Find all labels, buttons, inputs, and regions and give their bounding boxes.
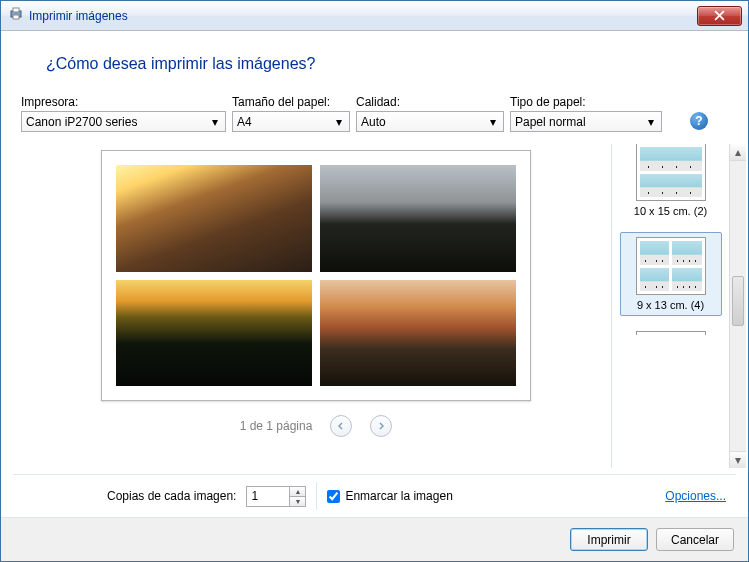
paper-size-select[interactable]: A4 ▾ xyxy=(232,111,350,132)
frame-checkbox[interactable] xyxy=(327,490,340,503)
layout-label: 9 x 13 cm. (4) xyxy=(637,299,704,311)
help-icon[interactable]: ? xyxy=(690,112,708,130)
preview-image xyxy=(116,165,312,272)
scroll-thumb[interactable] xyxy=(732,276,744,326)
chevron-down-icon: ▾ xyxy=(642,113,659,130)
chevron-down-icon: ▾ xyxy=(330,113,347,130)
layout-thumb xyxy=(636,237,706,295)
options-link[interactable]: Opciones... xyxy=(665,489,726,503)
scroll-down-button[interactable]: ▾ xyxy=(730,451,746,468)
chevron-down-icon: ▾ xyxy=(484,113,501,130)
separator xyxy=(316,482,317,510)
chevron-down-icon: ▾ xyxy=(206,113,223,130)
print-preview xyxy=(101,150,531,401)
window-title: Imprimir imágenes xyxy=(29,9,128,23)
next-page-button[interactable] xyxy=(370,415,392,437)
settings-row: Impresora: Canon iP2700 series ▾ Tamaño … xyxy=(1,95,748,138)
printer-select[interactable]: Canon iP2700 series ▾ xyxy=(21,111,226,132)
prev-page-button[interactable] xyxy=(330,415,352,437)
layout-option-next[interactable] xyxy=(620,326,722,336)
copies-decrement[interactable]: ▼ xyxy=(290,496,306,507)
titlebar: Imprimir imágenes xyxy=(1,1,748,31)
cancel-button[interactable]: Cancelar xyxy=(656,528,734,551)
preview-image xyxy=(320,165,516,272)
copies-input[interactable] xyxy=(246,486,290,507)
paper-type-select[interactable]: Papel normal ▾ xyxy=(510,111,662,132)
dialog-footer: Imprimir Cancelar xyxy=(1,517,748,561)
copies-label: Copias de cada imagen: xyxy=(107,489,236,503)
frame-checkbox-label: Enmarcar la imagen xyxy=(345,489,452,503)
copies-increment[interactable]: ▲ xyxy=(290,486,306,497)
paper-type-label: Tipo de papel: xyxy=(510,95,662,109)
quality-label: Calidad: xyxy=(356,95,504,109)
svg-rect-2 xyxy=(13,15,19,19)
paper-size-label: Tamaño del papel: xyxy=(232,95,350,109)
layouts-scrollbar[interactable]: ▴ ▾ xyxy=(729,144,746,468)
layout-option-9x13[interactable]: 9 x 13 cm. (4) xyxy=(620,232,722,316)
layout-label: 10 x 15 cm. (2) xyxy=(634,205,707,217)
svg-rect-1 xyxy=(13,8,19,12)
scroll-up-button[interactable]: ▴ xyxy=(730,144,746,161)
frame-checkbox-row[interactable]: Enmarcar la imagen xyxy=(327,489,452,503)
layout-thumb xyxy=(636,331,706,336)
scroll-track[interactable] xyxy=(730,161,746,451)
quality-select[interactable]: Auto ▾ xyxy=(356,111,504,132)
layout-thumb xyxy=(636,144,706,201)
printer-label: Impresora: xyxy=(21,95,226,109)
preview-image xyxy=(320,280,516,387)
instruction-text: ¿Cómo desea imprimir las imágenes? xyxy=(1,31,748,95)
layouts-panel: 10 x 15 cm. (2) 9 x 13 cm. (4) ▴ xyxy=(611,144,746,468)
layout-option-10x15[interactable]: 10 x 15 cm. (2) xyxy=(620,144,722,222)
print-icon xyxy=(9,7,23,24)
preview-image xyxy=(116,280,312,387)
page-indicator: 1 de 1 página xyxy=(240,419,313,433)
close-button[interactable] xyxy=(697,6,742,26)
print-button[interactable]: Imprimir xyxy=(570,528,648,551)
